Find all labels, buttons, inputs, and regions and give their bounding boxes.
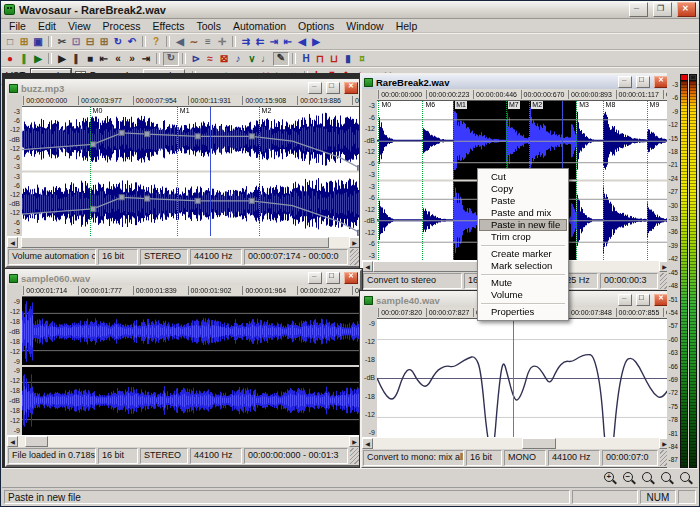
batch-icon[interactable]: ⊠ [217,53,231,65]
buzz-maximize-button[interactable] [326,82,340,94]
marker-M0[interactable]: M0 [378,101,379,260]
menu-window[interactable]: Window [340,20,389,32]
clip-indicator-left[interactable] [681,75,687,80]
next-marker-icon[interactable]: ▶ [309,36,323,48]
context-menu-item-trim-crop[interactable]: Trim crop [479,231,567,243]
menu-process[interactable]: Process [97,20,147,32]
new-file-icon[interactable]: □ [3,36,17,48]
marker-pair-icon[interactable]: ⇉ [239,36,253,48]
undo-icon[interactable]: ↶ [125,36,139,48]
sample060-waveform-canvas[interactable] [22,297,360,435]
spectrum-icon[interactable]: ≈ [203,53,217,65]
rarebreak-maximize-button[interactable] [636,76,650,88]
buzz-close-button[interactable] [344,82,358,94]
scroll-left-icon[interactable]: ◀ [362,438,373,449]
scroll-left-icon[interactable]: ◀ [7,436,18,447]
context-menu-item-cut[interactable]: Cut [479,171,567,183]
sample40-waveform-area[interactable] [377,319,670,437]
context-menu-item-create-marker[interactable]: Create marker [479,248,567,260]
context-menu-item-copy[interactable]: Copy [479,183,567,195]
pencil-icon[interactable]: ✎ [273,52,289,66]
marker-M8[interactable]: M8 [603,101,604,260]
channel-icon[interactable]: ▮ [341,53,355,65]
lock-icon[interactable]: ¤ [355,53,369,65]
zoom-selection-icon[interactable] [660,471,675,485]
rarebreak-minimize-button[interactable] [618,76,632,88]
loop-icon[interactable]: ↻ [111,36,125,48]
rarebreak-timeline-ruler[interactable]: 00:00:00:00000:00:00:22300:00:00:44600:0… [377,89,670,101]
cable-icon[interactable]: ∼ [187,36,201,48]
scroll-left-icon[interactable]: ◀ [362,261,373,272]
scroll-right-icon[interactable]: ▶ [349,436,360,447]
menu-effects[interactable]: Effects [147,20,191,32]
bitdepth-icon[interactable]: ⊔ [327,53,341,65]
window-sample060[interactable]: sample060.wav 00:00:01:71400:00:01:77700… [5,269,362,467]
marker-in-icon[interactable]: ⇥ [267,36,281,48]
marker-out-icon[interactable]: ⇤ [281,36,295,48]
clip-indicator-right[interactable] [690,75,696,80]
buzz-timeline-ruler[interactable]: 00:00:00:00000:00:03:97700:00:07:95400:0… [22,95,360,107]
zoom-out-icon[interactable]: − [622,471,637,485]
sample060-waveform-area[interactable] [22,297,360,435]
context-menu-item-paste[interactable]: Paste [479,195,567,207]
resample-icon[interactable]: ⊓ [313,53,327,65]
zoom-in-icon[interactable]: + [603,471,618,485]
rarebreak-title-bar[interactable]: RareBreak2.wav [362,75,670,89]
context-menu-item-paste-in-new-file[interactable]: Paste in new file [479,219,567,231]
sample40-maximize-button[interactable] [636,294,650,306]
scroll-thumb[interactable] [21,237,329,248]
menu-automation[interactable]: Automation [227,20,292,32]
marker-pair2-icon[interactable]: ⇇ [253,36,267,48]
marker-M6[interactable]: M6 [422,101,423,260]
speaker-icon[interactable]: ◀ [173,36,187,48]
marker-M0[interactable]: M0 [90,107,91,236]
stereo-tool-icon[interactable]: H [299,53,313,65]
marker-M2[interactable]: M2 [259,107,260,236]
paste-icon[interactable]: ⊟ [83,36,97,48]
buzz-minimize-button[interactable] [308,82,322,94]
prev-marker-icon[interactable]: ◀ [295,36,309,48]
kick-icon[interactable]: ♩ [259,53,273,65]
marker-M1[interactable]: M1 [177,107,178,236]
buzz-horizontal-scrollbar[interactable]: ◀ ▶ [7,236,360,248]
minimize-button[interactable] [629,2,648,17]
scroll-thumb[interactable] [25,436,48,447]
restore-button[interactable] [653,2,672,17]
rewind-icon[interactable]: « [111,53,125,65]
menu-view[interactable]: View [62,20,97,32]
zoom-all-icon[interactable] [679,471,694,485]
wrench-icon[interactable]: ✛ [215,36,229,48]
sample060-horizontal-scrollbar[interactable]: ◀ ▶ [7,435,360,447]
record-icon[interactable]: ● [3,53,17,65]
loop-play-icon[interactable]: ∥ [17,53,31,65]
pause-icon[interactable]: ∥ [69,53,83,65]
play-icon[interactable]: ▶ [55,53,69,65]
context-menu-item-mute[interactable]: Mute [479,277,567,289]
app-title-bar[interactable]: Wavosaur - RareBreak2.wav [1,1,699,19]
sample40-waveform-canvas[interactable] [377,319,670,437]
menu-tools[interactable]: Tools [190,20,227,32]
context-menu-item-paste-and-mix[interactable]: Paste and mix [479,207,567,219]
help-icon[interactable]: ? [149,36,163,48]
menu-help[interactable]: Help [390,20,424,32]
paste-mix-icon[interactable]: ⊞ [97,36,111,48]
sample40-close-button[interactable] [654,294,668,306]
menu-options[interactable]: Options [292,20,340,32]
sample060-timeline-ruler[interactable]: 00:00:01:71400:00:01:77700:00:01:83900:0… [22,285,360,297]
export-region-icon[interactable]: ⊳ [189,53,203,65]
rarebreak-close-button[interactable] [654,76,668,88]
menu-edit[interactable]: Edit [32,20,62,32]
sample060-close-button[interactable] [344,272,358,284]
sample060-title-bar[interactable]: sample060.wav [7,271,360,285]
close-button[interactable] [677,2,696,17]
beat-detect-icon[interactable]: ♪ [231,53,245,65]
context-menu-item-mark-selection[interactable]: Mark selection [479,260,567,272]
loop-mode-icon[interactable]: ↻ [163,52,179,66]
context-menu-item-properties[interactable]: Properties [479,306,567,318]
menu-file[interactable]: File [3,20,32,32]
play-from-cursor-icon[interactable]: ▶ [31,53,45,65]
scroll-right-icon[interactable]: ▶ [349,237,360,248]
zoom-reset-icon[interactable] [641,471,656,485]
levels-icon[interactable]: ≡ [201,36,215,48]
buzz-waveform-canvas[interactable] [22,107,360,236]
